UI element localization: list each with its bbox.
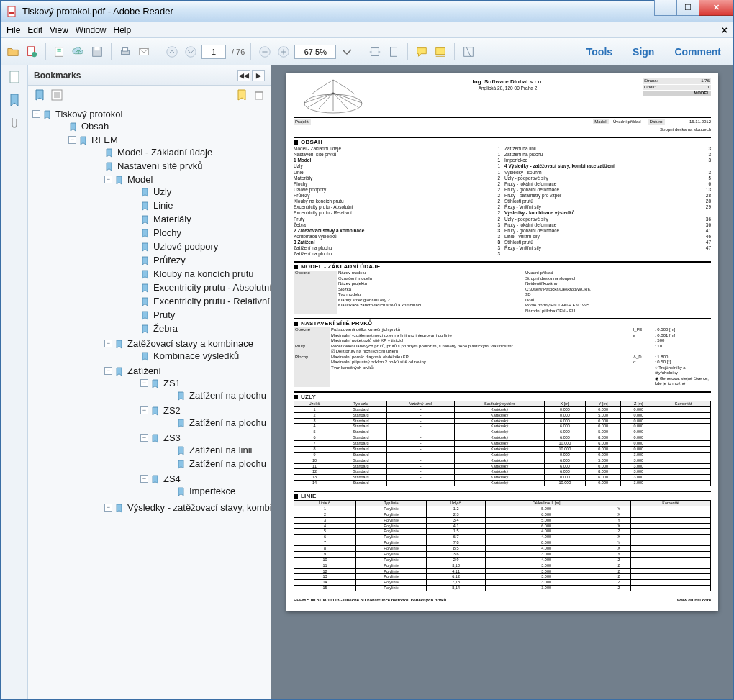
save-icon[interactable] (89, 44, 105, 60)
bookmark-item[interactable]: Obsah (68, 119, 269, 133)
toggle-icon[interactable]: − (140, 434, 148, 442)
panel-next-button[interactable]: ▶ (252, 70, 265, 81)
menubar: File Edit View Window Help × (1, 22, 733, 38)
sign-button[interactable]: Sign (625, 42, 662, 61)
new-bookmark-icon[interactable] (34, 89, 45, 101)
bookmark-item[interactable]: −Tiskový protokolObsah−RFEMModel - Zákla… (32, 107, 269, 517)
maximize-button[interactable] (676, 0, 699, 16)
svg-rect-4 (55, 47, 63, 56)
delete-bookmark-icon[interactable] (253, 89, 265, 101)
app-window: Tiskový protokol.pdf - Adobe Reader File… (0, 0, 734, 700)
panel-prev-button[interactable]: ◀◀ (237, 70, 250, 81)
bookmark-label: Model - Základní údaje (117, 147, 212, 158)
bookmark-item[interactable]: Nastavení sítě prvků (104, 159, 269, 173)
bookmark-item[interactable]: −ZS2Zatížení na plochu (140, 404, 269, 431)
bookmark-item[interactable]: −ZS1Zatížení na plochu (140, 376, 269, 404)
bookmark-item[interactable]: Zatížení na plochu (176, 457, 269, 471)
email-icon[interactable] (136, 44, 152, 60)
menu-edit[interactable]: Edit (27, 25, 42, 35)
create-pdf-icon[interactable] (24, 44, 40, 60)
bookmark-item[interactable]: −Zatěžovací stavy a kombinaceKombinace v… (104, 337, 269, 364)
bookmark-item[interactable]: Excentricity prutu - Absolutní (140, 281, 269, 294)
zoom-dropdown-icon[interactable] (339, 44, 355, 60)
close-doc-button[interactable]: × (722, 24, 728, 36)
bookmark-item[interactable]: −ZS3Zatížení na liniiZatížení na plochu (140, 431, 269, 472)
comment-bubble-icon[interactable] (414, 44, 430, 60)
fit-page-icon[interactable] (386, 44, 402, 60)
svg-rect-16 (436, 47, 445, 54)
cloud-icon[interactable] (71, 44, 86, 60)
menu-help[interactable]: Help (114, 25, 132, 35)
toggle-icon[interactable]: − (140, 475, 148, 483)
pdf-icon (6, 6, 18, 17)
page-up-icon[interactable] (164, 44, 180, 60)
bookmark-item[interactable]: Pruty (140, 308, 269, 322)
bookmark-item[interactable]: −ZS4Imperfekce (140, 472, 269, 499)
menu-file[interactable]: File (6, 25, 20, 35)
bookmark-item[interactable]: Plochy (140, 226, 269, 240)
open-icon[interactable] (5, 44, 21, 60)
zoom-out-icon[interactable] (257, 44, 273, 60)
bookmark-item[interactable]: −Výsledky - zatěžovací stavy, kombinace … (104, 501, 269, 514)
bookmark-label: Žebra (153, 323, 178, 334)
bookmark-item[interactable]: Excentricity prutu - Relativní (140, 294, 269, 308)
tools-button[interactable]: Tools (579, 42, 620, 61)
toggle-icon[interactable]: − (68, 136, 76, 144)
close-button[interactable] (699, 0, 733, 16)
panel-tools (28, 86, 271, 104)
read-mode-icon[interactable] (461, 44, 476, 60)
bookmark-item[interactable]: Model - Základní údaje (104, 145, 269, 159)
bookmark-item[interactable]: Průřezy (140, 253, 269, 267)
menu-view[interactable]: View (50, 25, 68, 35)
bookmark-tree[interactable]: −Tiskový protokolObsah−RFEMModel - Zákla… (28, 104, 271, 699)
thumbnails-icon[interactable] (7, 70, 22, 84)
bookmark-item[interactable]: Klouby na koncích prutu (140, 267, 269, 281)
options-icon[interactable] (51, 89, 63, 101)
bookmark-item[interactable]: Zatížení na linii (176, 443, 269, 457)
bookmarks-icon[interactable] (7, 93, 22, 107)
bookmark-item[interactable]: −ModelUzlyLinieMateriályPlochyUzlové pod… (104, 173, 269, 337)
toggle-icon[interactable]: − (104, 367, 112, 375)
bookmark-item[interactable]: Kombinace výsledků (140, 349, 269, 363)
zoom-in-icon[interactable] (276, 44, 291, 60)
linie-table: Linie č.Typ linieUzly č.Délka linie L [m… (294, 500, 711, 591)
bookmark-label: Uzlové podpory (153, 241, 218, 252)
page-number-input[interactable] (201, 45, 226, 59)
bookmark-item[interactable]: Imperfekce (176, 484, 269, 498)
svg-rect-18 (10, 71, 19, 83)
comment-button[interactable]: Comment (666, 42, 729, 61)
toggle-icon[interactable]: − (140, 406, 148, 414)
bookmark-item[interactable]: Žebra (140, 322, 269, 335)
bookmark-item[interactable]: Zatížení na plochu (176, 416, 269, 429)
toggle-icon[interactable]: − (104, 504, 112, 512)
toggle-icon[interactable]: − (32, 110, 40, 118)
find-bookmark-icon[interactable] (236, 89, 248, 101)
bookmark-label: Zatížení na linii (189, 445, 252, 455)
page-down-icon[interactable] (183, 44, 199, 60)
toggle-icon[interactable]: − (140, 379, 148, 387)
fit-width-icon[interactable] (367, 44, 383, 60)
bookmark-label: Materiály (153, 214, 191, 224)
toggle-icon[interactable]: − (104, 176, 112, 183)
bookmark-item[interactable]: Materiály (140, 212, 269, 226)
bookmark-label: Obsah (81, 121, 109, 132)
print-icon[interactable] (117, 44, 133, 60)
bookmark-label: Zatížení na plochu (189, 417, 266, 428)
bookmark-item[interactable]: Linie (140, 199, 269, 212)
attachments-icon[interactable] (7, 116, 22, 130)
zoom-input[interactable] (294, 45, 336, 59)
bookmark-label: Zatížení (127, 365, 161, 376)
svg-rect-8 (122, 47, 127, 51)
toggle-icon[interactable]: − (104, 340, 112, 347)
bookmark-item[interactable]: Zatížení na plochu (176, 388, 269, 402)
bookmark-item[interactable]: Uzly (140, 185, 269, 199)
document-view[interactable]: Ing. Software Dlubal s.r.o. Anglická 28,… (271, 65, 733, 699)
menu-window[interactable]: Window (76, 25, 107, 35)
bookmark-item[interactable]: −RFEMModel - Základní údajeNastavení sít… (68, 133, 269, 516)
bookmark-item[interactable]: Uzlové podpory (140, 240, 269, 253)
convert-icon[interactable] (52, 44, 68, 60)
highlight-icon[interactable] (432, 44, 448, 60)
minimize-button[interactable] (654, 0, 677, 16)
nav-rail (1, 65, 28, 699)
bookmark-item[interactable]: −Zatížení−ZS1Zatížení na plochu−ZS2Zatíž… (104, 364, 269, 501)
